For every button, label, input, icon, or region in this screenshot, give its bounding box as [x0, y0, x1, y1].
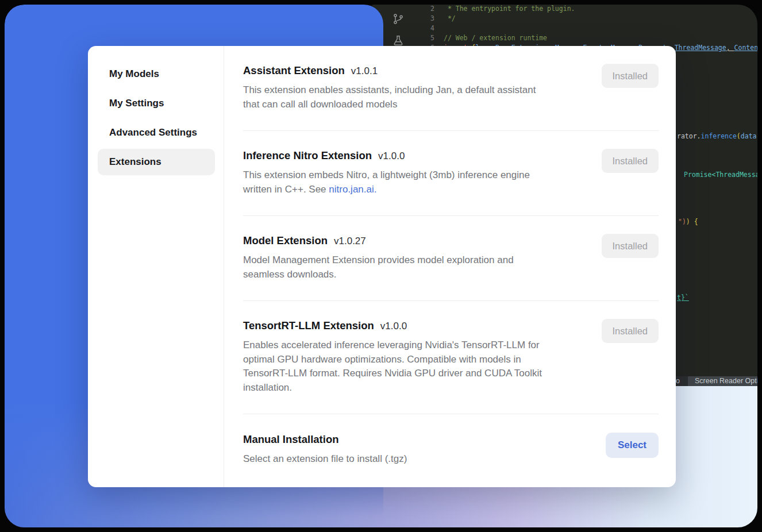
extension-title: TensortRT-LLM Extension — [243, 318, 374, 333]
code-line: 3 */ — [408, 14, 757, 24]
code-fragment: rator.inference(data)); — [677, 132, 757, 141]
sidebar-item-my-settings[interactable]: My Settings — [98, 90, 215, 117]
sidebar-item-advanced-settings[interactable]: Advanced Settings — [98, 119, 215, 146]
installed-button[interactable]: Installed — [602, 319, 659, 343]
extension-version: v1.0.0 — [378, 151, 405, 162]
extension-row-model: Model Extension v1.0.27 Model Management… — [243, 216, 659, 301]
select-file-button[interactable]: Select — [606, 433, 659, 458]
code-line: 2 * The entrypoint for the plugin. — [408, 5, 757, 14]
installed-button[interactable]: Installed — [602, 149, 659, 173]
installed-button[interactable]: Installed — [602, 234, 659, 258]
code-fragment: Promise<ThreadMessage> — [684, 170, 757, 180]
sidebar-item-my-models[interactable]: My Models — [98, 61, 215, 87]
settings-sidebar: My Models My Settings Advanced Settings … — [88, 46, 224, 487]
manual-installation-title: Manual Installation — [243, 432, 339, 447]
extension-version: v1.0.0 — [380, 321, 407, 332]
extension-title: Inference Nitro Extension — [243, 148, 372, 163]
code-line: 4 — [408, 24, 757, 33]
source-control-icon[interactable] — [392, 13, 405, 28]
extension-description: This extension enables assistants, inclu… — [243, 83, 602, 111]
manual-installation-row: Manual Installation Select an extension … — [243, 414, 659, 485]
extension-title: Assistant Extension — [243, 63, 345, 78]
code-line: 5 // Web / extension runtime — [408, 33, 757, 43]
extension-description: This extension embeds Nitro, a lightweig… — [243, 168, 602, 196]
nitro-link[interactable]: nitro.jan.ai. — [329, 184, 376, 195]
extension-description: Model Management Extension provides mode… — [243, 253, 602, 282]
installed-button[interactable]: Installed — [602, 64, 659, 88]
extension-version: v1.0.27 — [334, 236, 366, 247]
extension-description: Enables accelerated inference leveraging… — [243, 338, 602, 395]
code-fragment: t}` — [677, 293, 689, 303]
code-fragment: ")) { — [678, 217, 698, 227]
extension-version: v1.0.1 — [351, 65, 378, 77]
extension-row-assistant: Assistant Extension v1.0.1 This extensio… — [243, 46, 659, 131]
screen: 2 * The entrypoint for the plugin. 3 */ … — [5, 5, 757, 527]
manual-installation-description: Select an extension file to install (.tg… — [243, 452, 606, 467]
sidebar-item-extensions[interactable]: Extensions — [98, 149, 215, 175]
extensions-panel: Assistant Extension v1.0.1 This extensio… — [224, 46, 676, 487]
settings-modal: My Models My Settings Advanced Settings … — [88, 46, 676, 487]
extension-title: Model Extension — [243, 233, 328, 248]
extension-row-inference-nitro: Inference Nitro Extension v1.0.0 This ex… — [243, 131, 659, 216]
screen-reader-status-item[interactable]: Screen Reader Optimize — [688, 376, 757, 386]
extension-row-tensorrt-llm: TensortRT-LLM Extension v1.0.0 Enables a… — [243, 301, 659, 414]
